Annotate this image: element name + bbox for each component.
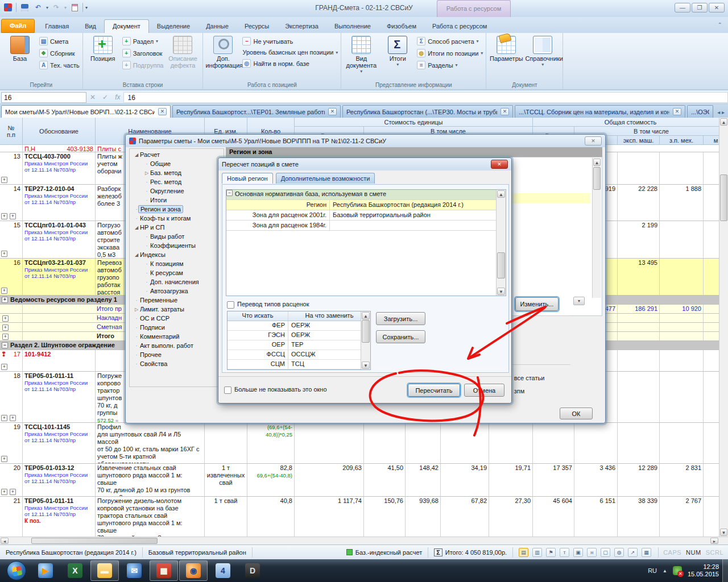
change-button[interactable]: Изменить... [515,297,559,311]
ribbon-button-Тех. часть[interactable]: АТех. часть [39,61,80,69]
translator-4abc-icon[interactable]: 4 [209,560,237,581]
basis-code[interactable]: ТЕР05-01-011-11 [24,372,93,380]
ribbon-button-Способ расчета[interactable]: ΣСпособ расчета▾ [417,37,483,45]
ribbon-tab-Выделение[interactable]: Выделение [149,20,198,33]
formula-input[interactable]: 16 [123,92,728,103]
recalc-dialog-titlebar[interactable]: Пересчет позиций в смете ✕ [218,158,511,171]
close-tab-icon[interactable]: ✕ [673,108,681,115]
tree-item-Итоги[interactable]: ·Итоги [131,196,222,205]
replace-row[interactable]: ОЕРТЕР [228,340,370,350]
replace-row[interactable]: ФССЦОССЦЖ [228,350,370,360]
ribbon-button-Позиция[interactable]: Позиция [85,35,121,79]
show-desktop-button[interactable] [722,559,728,582]
tree-item-НР и СП[interactable]: ◢НР и СП [131,223,222,232]
region-grid-row[interactable]: РегионРеспублика Башкортостан (редакция … [226,200,506,210]
tree-item-Индексы[interactable]: ◢Индексы [131,250,222,259]
save-button[interactable]: Сохранить... [376,330,425,343]
document-tab[interactable]: ...\ТССЦ. Сборник цен на материалы, изде… [515,105,685,118]
ribbon-tab-Вид[interactable]: Вид [77,20,104,33]
ribbon-button-Найти в норм. базе[interactable]: ◎Найти в норм. базе [242,59,338,68]
file-explorer-icon[interactable]: ▬ [90,560,119,581]
close-tab-icon[interactable]: ✕ [328,108,337,115]
expand-button[interactable]: + [1,251,7,257]
params-option-zpm[interactable]: › зпм [510,388,524,394]
ribbon-tab-Ресурсы[interactable]: Ресурсы [237,20,277,33]
media-player-icon[interactable]: ▶ [31,560,60,581]
expand-button[interactable]: + [1,288,7,294]
antivirus-icon[interactable]: ✕ [673,566,682,575]
ribbon-tab-Файл[interactable]: Файл [1,19,35,33]
tree-item-Лимит. затраты[interactable]: ▷Лимит. затраты [131,305,222,314]
cancel-entry-icon[interactable]: ✕ [90,93,96,101]
translate-checkbox-box[interactable] [227,301,234,309]
tree-item-Коэф-ты к итогам[interactable]: ·Коэф-ты к итогам [131,214,222,223]
tree-item-ОС и ССР[interactable]: ·ОС и ССР [131,314,222,323]
expand-button[interactable]: + [10,415,16,421]
header-cell[interactable]: Стоимость единицы [295,118,533,127]
dont-show-checkbox[interactable]: Больше не показывать это окно [224,386,327,394]
dont-show-checkbox-box[interactable] [224,386,231,394]
ribbon-button-Уровень базисных цен позиции[interactable]: Уровень базисных цен позиции▾ [242,49,338,56]
recalc-dialog-close-icon[interactable]: ✕ [491,160,508,169]
expand-button[interactable]: + [1,456,7,462]
ribbon-button-Смета[interactable]: ▤Смета [39,37,80,45]
doc-view-icon[interactable]: ▤ [519,548,528,557]
tree-toggle-icon[interactable]: ▷ [143,171,150,176]
params-scrollbar[interactable]: ▲ [592,158,601,298]
header-cell[interactable]: з.п. мех. [660,136,704,145]
params-option-all-items[interactable]: › все статьи [510,375,544,381]
tree-item-Доп. начисления[interactable]: ·Доп. начисления [131,277,222,286]
ribbon-button-Доп. информация[interactable]: Доп. информация [205,35,241,79]
collapse-group-icon[interactable]: − [226,190,233,196]
tab-new-region[interactable]: Новый регион [222,173,273,184]
base-view-icon[interactable]: ▥ [532,548,542,557]
document-tab[interactable]: Республика Башкортост...\ТЕР01. Земляные… [172,105,341,118]
translate-types-checkbox[interactable]: Перевод типов расценок [227,301,309,309]
tree-item-Расчет[interactable]: ◢Расчет [131,150,222,159]
restore-button[interactable]: ❐ [692,3,708,13]
ribbon-button-Не учитывать[interactable]: –Не учитывать [242,37,338,45]
excel-icon[interactable]: X [61,560,89,581]
expand-button[interactable]: + [2,297,8,303]
replace-row[interactable]: ФЕРОЕРЖ [228,321,370,331]
tree-item-Комментарий[interactable]: ·Комментарий [131,332,222,341]
ribbon-tab-Главная[interactable]: Главная [37,20,77,33]
expand-button[interactable]: + [1,489,7,495]
replace-table-scrollbar[interactable]: ▲ ▼ [361,311,370,369]
grid-group-row[interactable]: − Основная нормативная база, используема… [226,190,506,200]
params-dialog-close-icon[interactable]: ✕ [585,136,602,146]
ruler-icon[interactable]: ▦ [642,548,651,557]
header-cell[interactable]: Обоснование [23,118,96,145]
ribbon-tab-Выполнение[interactable]: Выполнение [326,20,379,33]
tree-item-Баз. метод[interactable]: ▷Баз. метод [131,168,222,177]
tree-item-К ресурсам[interactable]: ·К ресурсам [131,268,222,277]
ok-button[interactable]: ОК [560,408,593,419]
tray-expand-icon[interactable]: ▲ [663,568,667,573]
tree-item-Подписи[interactable]: ·Подписи [131,323,222,332]
tree-item-Округление[interactable]: ·Округление [131,186,222,196]
ribbon-tab-Работа с ресурсом[interactable]: Работа с ресурсом [424,20,495,33]
tree-item-Рес. метод[interactable]: ·Рес. метод [131,177,222,186]
replace-col-replace[interactable]: На что заменить [288,311,370,321]
expand-button[interactable]: + [2,315,9,322]
tree-toggle-icon[interactable]: ◢ [133,225,140,230]
search-doc-icon[interactable]: ▢ [601,548,610,557]
expand-button[interactable]: + [10,213,16,219]
basis-code[interactable]: ТССЦ-403-7000 [24,153,93,160]
horizontal-scrollbar[interactable]: ◂ ▸ [0,537,728,544]
close-button[interactable]: ✕ [709,3,725,13]
document-tab[interactable]: ...\ОЭС [687,105,713,118]
ribbon-button-Сборник[interactable]: ❖Сборник [39,49,80,57]
tree-item-Регион и зона[interactable]: ·Регион и зона [131,205,222,214]
region-grid-row[interactable]: Зона для расценок 1984г. [226,221,506,231]
confirm-entry-icon[interactable]: ✓ [102,93,108,101]
document-tab[interactable]: Республика Башкортостан (...\ТЕР30. Мост… [342,105,513,118]
ribbon-tab-Экспертиза[interactable]: Экспертиза [277,20,326,33]
ribbon-button-Итоги по позиции[interactable]: ◍Итоги по позиции▾ [417,49,483,57]
expand-button[interactable]: + [2,325,9,331]
close-tab-icon[interactable]: ✕ [158,108,167,115]
tab-scroll-arrows[interactable]: ◂ ▸ [715,109,727,118]
params-combo-arrow-icon[interactable]: ▾ [573,297,585,305]
ribbon-tab-Данные[interactable]: Данные [198,20,237,33]
region-grid-row[interactable]: Зона для расценок 2001г.Базовый территор… [226,210,506,221]
